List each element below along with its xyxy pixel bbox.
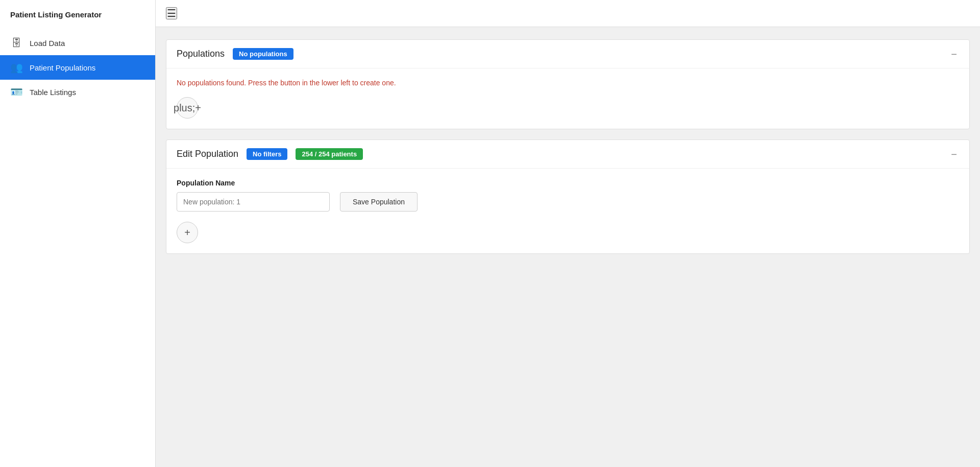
edit-population-card-header: Edit Population No filters 254 / 254 pat… bbox=[166, 140, 969, 169]
edit-population-card-actions: − bbox=[949, 149, 959, 159]
app-title: Patient Listing Generator bbox=[0, 0, 155, 27]
hamburger-button[interactable]: ☰ bbox=[166, 7, 177, 19]
edit-population-card-title: Edit Population bbox=[177, 149, 238, 159]
patients-count-badge: 254 / 254 patients bbox=[296, 148, 363, 160]
sidebar-item-load-data-label: Load Data bbox=[30, 39, 65, 48]
sidebar-item-load-data[interactable]: 🗄 Load Data bbox=[0, 31, 155, 55]
save-population-button[interactable]: Save Population bbox=[340, 192, 418, 212]
populations-card: Populations No populations − No populati… bbox=[166, 39, 970, 129]
populations-card-header: Populations No populations − bbox=[166, 40, 969, 68]
sidebar-nav: 🗄 Load Data 👥 Patient Populations 🪪 Tabl… bbox=[0, 27, 155, 108]
edit-population-card-body: Population Name Save Population + bbox=[166, 169, 969, 253]
topbar: ☰ bbox=[156, 0, 980, 27]
sidebar-item-table-listings[interactable]: 🪪 Table Listings bbox=[0, 80, 155, 104]
populations-card-body: No populations found. Press the button i… bbox=[166, 68, 969, 129]
edit-population-card: Edit Population No filters 254 / 254 pat… bbox=[166, 139, 970, 254]
content-area: Populations No populations − No populati… bbox=[156, 27, 980, 266]
populations-empty-message: No populations found. Press the button i… bbox=[177, 79, 959, 87]
no-populations-badge: No populations bbox=[233, 48, 293, 60]
populations-card-title: Populations bbox=[177, 49, 225, 59]
sidebar-item-table-listings-label: Table Listings bbox=[30, 88, 76, 97]
population-name-row: Save Population bbox=[177, 192, 959, 212]
edit-population-add-button[interactable]: + bbox=[177, 222, 198, 243]
population-name-input[interactable] bbox=[177, 192, 330, 212]
sidebar: Patient Listing Generator 🗄 Load Data 👥 … bbox=[0, 0, 156, 467]
edit-population-add-icon: + bbox=[184, 227, 190, 239]
populations-add-button[interactable]: plus;+ bbox=[177, 97, 198, 119]
main-content: ☰ Populations No populations − No popula… bbox=[156, 0, 980, 467]
populations-minimize-button[interactable]: − bbox=[949, 49, 959, 59]
population-name-label: Population Name bbox=[177, 179, 959, 187]
sidebar-item-patient-populations-label: Patient Populations bbox=[30, 63, 95, 72]
table-icon: 🪪 bbox=[10, 86, 22, 98]
people-icon: 👥 bbox=[10, 61, 22, 74]
no-filters-badge: No filters bbox=[247, 148, 287, 160]
populations-add-icon: plus;+ bbox=[174, 102, 201, 114]
database-icon: 🗄 bbox=[10, 37, 22, 49]
edit-population-minimize-button[interactable]: − bbox=[949, 149, 959, 159]
sidebar-item-patient-populations[interactable]: 👥 Patient Populations bbox=[0, 55, 155, 80]
populations-card-actions: − bbox=[949, 49, 959, 59]
